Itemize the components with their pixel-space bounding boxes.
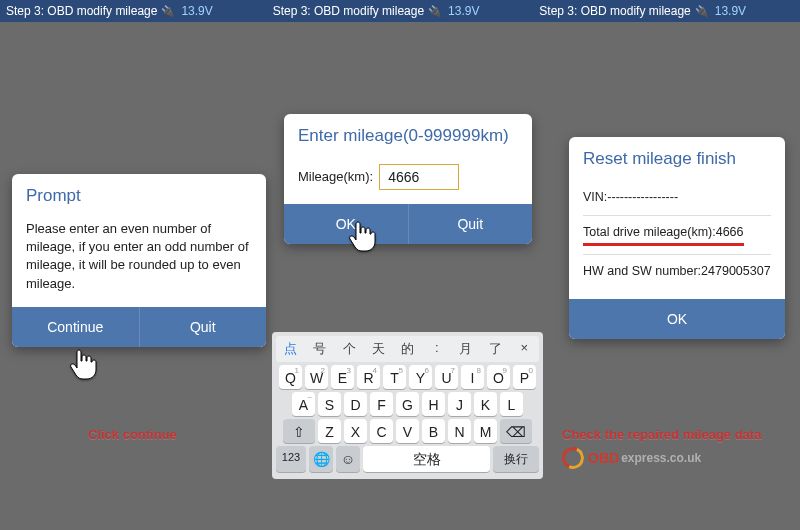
suggestion-key[interactable]: 号: [305, 336, 334, 362]
letter-key[interactable]: P0: [513, 365, 536, 389]
voltage-reading: 13.9V: [448, 4, 479, 18]
top-segment: Step 3: OBD modify mileage 🔌 13.9V: [533, 4, 800, 18]
reset-finish-dialog: Reset mileage finish VIN:---------------…: [569, 137, 785, 339]
ok-button[interactable]: OK: [284, 204, 408, 244]
dialog-title: Prompt: [12, 174, 266, 214]
letter-key[interactable]: N: [448, 419, 471, 443]
letter-key[interactable]: B: [422, 419, 445, 443]
return-key[interactable]: 换行: [493, 446, 539, 472]
letter-key[interactable]: J: [448, 392, 471, 416]
top-segment: Step 3: OBD modify mileage 🔌 13.9V: [0, 4, 267, 18]
suggestion-key[interactable]: 点: [276, 336, 305, 362]
logo-brand: OBD: [588, 450, 619, 466]
letter-key[interactable]: E3: [331, 365, 354, 389]
suggestion-key[interactable]: 了: [481, 336, 510, 362]
space-key[interactable]: 空格: [363, 446, 490, 472]
hw-sw-line: HW and SW number:2479005307: [583, 254, 771, 289]
letter-key[interactable]: T5: [383, 365, 406, 389]
step-label: Step 3: OBD modify mileage: [6, 4, 157, 18]
letter-key[interactable]: Z: [318, 419, 341, 443]
dialog-body: Please enter an even number of mileage, …: [12, 214, 266, 307]
total-mileage-line: Total drive mileage(km):4666: [583, 215, 771, 255]
letter-key[interactable]: F: [370, 392, 393, 416]
dialog-title: Reset mileage finish: [569, 137, 785, 177]
step-label: Step 3: OBD modify mileage: [273, 4, 424, 18]
letter-key[interactable]: Q1: [279, 365, 302, 389]
letter-key[interactable]: O9: [487, 365, 510, 389]
letter-key[interactable]: M: [474, 419, 497, 443]
dialog-title: Enter mileage(0-999999km): [284, 114, 532, 154]
numeric-key[interactable]: 123: [276, 446, 306, 472]
suggestion-key[interactable]: 天: [364, 336, 393, 362]
total-mileage-value: Total drive mileage(km):4666: [583, 224, 744, 247]
soft-keyboard: 点 号 个 天 的 : 月 了 × Q1W2E3R4T5Y6U7I8O9P0 A…: [272, 332, 543, 479]
letter-key[interactable]: H: [422, 392, 445, 416]
keyboard-suggestion-bar: 点 号 个 天 的 : 月 了 ×: [276, 336, 539, 362]
backspace-key[interactable]: ⌫: [500, 419, 532, 443]
plug-icon: 🔌: [428, 5, 442, 18]
letter-key[interactable]: A~: [292, 392, 315, 416]
top-bar: Step 3: OBD modify mileage 🔌 13.9V Step …: [0, 0, 800, 22]
letter-key[interactable]: C: [370, 419, 393, 443]
logo-ring-icon: [559, 444, 587, 472]
suggestion-key[interactable]: 月: [451, 336, 480, 362]
emoji-key[interactable]: ☺: [336, 446, 360, 472]
globe-key[interactable]: 🌐: [309, 446, 333, 472]
letter-key[interactable]: X: [344, 419, 367, 443]
letter-key[interactable]: K: [474, 392, 497, 416]
letter-key[interactable]: I8: [461, 365, 484, 389]
hand-cursor-icon: [69, 348, 97, 382]
letter-key[interactable]: S: [318, 392, 341, 416]
ok-button[interactable]: OK: [569, 299, 785, 339]
shift-key[interactable]: ⇧: [283, 419, 315, 443]
top-segment: Step 3: OBD modify mileage 🔌 13.9V: [267, 4, 534, 18]
letter-key[interactable]: D: [344, 392, 367, 416]
plug-icon: 🔌: [695, 5, 709, 18]
letter-key[interactable]: L: [500, 392, 523, 416]
caption-continue: Click continue: [88, 427, 177, 442]
letter-key[interactable]: R4: [357, 365, 380, 389]
suggestion-key[interactable]: 的: [393, 336, 422, 362]
mileage-input[interactable]: [379, 164, 459, 190]
continue-button[interactable]: Continue: [12, 307, 139, 347]
enter-mileage-dialog: Enter mileage(0-999999km) Mileage(km): O…: [284, 114, 532, 244]
logo-suffix: express.co.uk: [621, 451, 701, 465]
letter-key[interactable]: V: [396, 419, 419, 443]
suggestion-key[interactable]: 个: [334, 336, 363, 362]
suggestion-key[interactable]: ×: [510, 336, 539, 362]
voltage-reading: 13.9V: [181, 4, 212, 18]
suggestion-key[interactable]: :: [422, 336, 451, 362]
obdexpress-logo: OBD express.co.uk: [562, 447, 701, 469]
letter-key[interactable]: U7: [435, 365, 458, 389]
quit-button[interactable]: Quit: [139, 307, 267, 347]
letter-key[interactable]: Y6: [409, 365, 432, 389]
plug-icon: 🔌: [161, 5, 175, 18]
caption-check: Check the repaired mileage data: [562, 427, 761, 442]
step-label: Step 3: OBD modify mileage: [539, 4, 690, 18]
mileage-field-label: Mileage(km):: [298, 168, 373, 186]
letter-key[interactable]: W2: [305, 365, 328, 389]
vin-line: VIN:-----------------: [583, 181, 771, 215]
voltage-reading: 13.9V: [715, 4, 746, 18]
letter-key[interactable]: G: [396, 392, 419, 416]
prompt-dialog: Prompt Please enter an even number of mi…: [12, 174, 266, 347]
quit-button[interactable]: Quit: [408, 204, 533, 244]
